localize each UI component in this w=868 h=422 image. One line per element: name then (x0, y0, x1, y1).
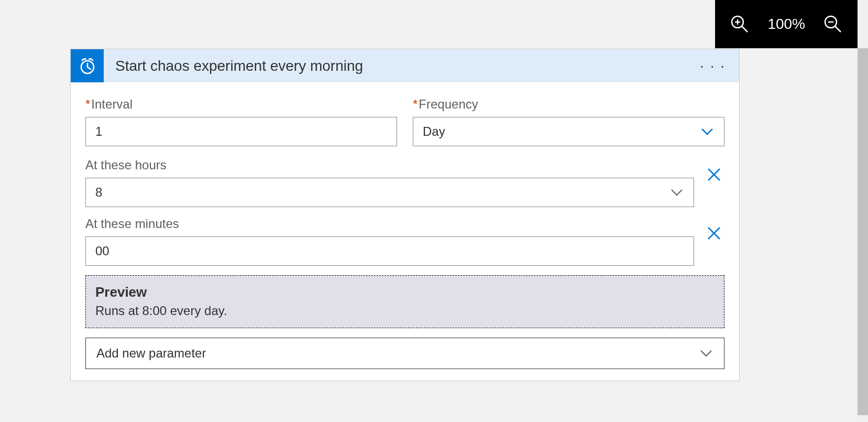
svg-line-5 (835, 26, 841, 32)
preview-text: Runs at 8:00 every day. (95, 304, 715, 318)
remove-hours-button[interactable] (704, 160, 724, 189)
svg-line-9 (87, 67, 91, 69)
hours-label: At these hours (85, 158, 694, 172)
zoom-in-button[interactable] (730, 14, 750, 34)
zoom-out-icon (823, 15, 842, 34)
minutes-value: 00 (95, 244, 109, 258)
frequency-label: *Frequency (413, 97, 724, 112)
card-title: Start chaos experiment every morning (115, 58, 363, 74)
hours-col: At these hours 8 (85, 158, 694, 207)
clock-icon (78, 57, 97, 75)
zoom-out-button[interactable] (823, 14, 843, 34)
required-mark: * (413, 97, 417, 111)
frequency-label-text: Frequency (419, 97, 478, 111)
zoom-level-label: 100% (767, 16, 805, 33)
recurrence-card: Start chaos experiment every morning · ·… (70, 49, 740, 381)
minutes-col: At these minutes 00 (85, 217, 694, 266)
hours-select[interactable]: 8 (85, 178, 694, 207)
interval-value: 1 (95, 124, 102, 139)
add-parameter-select[interactable]: Add new parameter (85, 338, 724, 369)
frequency-select[interactable]: Day (413, 117, 724, 146)
zoom-toolbar: 100% (715, 0, 858, 48)
zoom-in-icon (730, 15, 749, 34)
minutes-input[interactable]: 00 (85, 236, 694, 266)
frequency-col: *Frequency Day (413, 97, 724, 146)
card-body: *Interval 1 *Frequency Day (71, 82, 739, 381)
preview-box: Preview Runs at 8:00 every day. (85, 275, 724, 328)
remove-minutes-button[interactable] (704, 219, 724, 248)
hours-value: 8 (95, 185, 102, 200)
interval-col: *Interval 1 (85, 97, 397, 146)
preview-title: Preview (95, 284, 715, 300)
close-icon (706, 167, 722, 182)
card-header[interactable]: Start chaos experiment every morning · ·… (71, 49, 739, 82)
interval-input[interactable]: 1 (85, 117, 397, 146)
chevron-down-icon (669, 185, 684, 200)
scrollbar-thumb[interactable] (858, 48, 868, 415)
add-parameter-label: Add new parameter (96, 346, 206, 361)
chevron-down-icon (700, 124, 715, 139)
svg-line-1 (742, 26, 748, 32)
more-icon: · · · (700, 58, 726, 74)
card-more-button[interactable]: · · · (700, 63, 726, 69)
required-mark: * (85, 97, 90, 111)
chevron-down-icon (699, 346, 713, 361)
close-icon (706, 225, 722, 241)
interval-frequency-row: *Interval 1 *Frequency Day (85, 97, 724, 146)
minutes-row: At these minutes 00 (85, 217, 724, 266)
interval-label: *Interval (85, 97, 397, 112)
card-icon-box (71, 49, 104, 82)
minutes-label: At these minutes (85, 217, 694, 231)
hours-row: At these hours 8 (85, 158, 724, 207)
frequency-value: Day (423, 124, 445, 139)
interval-label-text: Interval (91, 97, 133, 111)
